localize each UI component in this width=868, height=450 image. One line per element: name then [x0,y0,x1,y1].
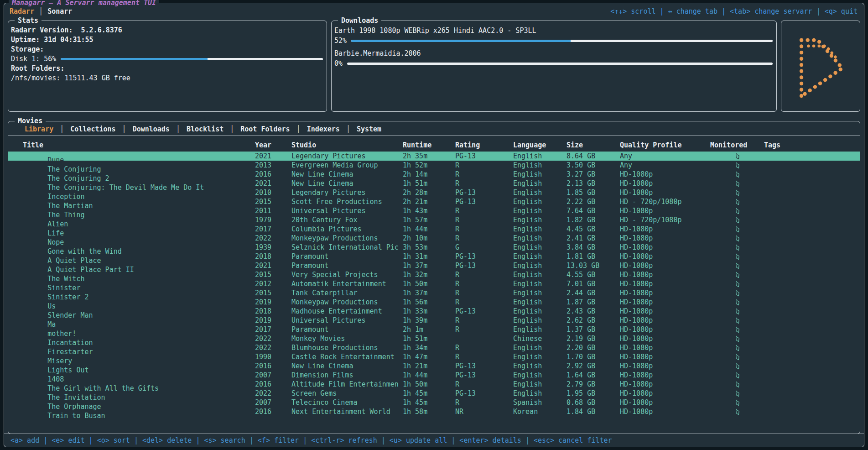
movie-size: 3.50 GB [567,161,620,169]
movie-studio: Evergreen Media Group [291,161,403,169]
movie-studio: Screen Gems [291,389,403,398]
movie-quality-profile: HD-1080p [620,380,710,388]
disk-usage-progressbar [61,58,323,60]
movie-runtime: 1h 39m [403,316,455,324]
movie-quality-profile: HD-1080p [620,353,710,361]
movie-runtime: 1h 37m [403,289,455,297]
tab-downloads[interactable]: Downloads [126,125,176,133]
movie-studio: Scott Free Productions [291,198,403,206]
tab-library[interactable]: Library [18,125,60,133]
stats-panel-title: Stats [15,16,42,25]
movie-language: English [513,262,567,270]
movie-size: 7.01 GB [567,280,620,288]
movie-language: English [513,307,567,315]
movie-year: 2013 [255,161,291,169]
movie-runtime: 1h 56m [403,298,455,306]
col-header-tags: Tags [764,141,860,149]
movie-size: 0.68 GB [567,398,620,407]
movie-quality-profile: HD-1080p [620,188,710,197]
movie-studio: 20th Century Fox [291,216,403,224]
download-item: Earth 1998 1080p WEBRip x265 Hindi AAC2.… [334,26,773,46]
movie-studio: Paramount [291,325,403,334]
managarr-app-frame: Managarr — A Servarr management TUI Rada… [4,3,864,447]
movie-studio: Very Special Projects [291,271,403,279]
movie-studio: Tank Caterpillar [291,289,403,297]
movie-year: 2022 [255,344,291,352]
tab-blocklist[interactable]: Blocklist [180,125,230,133]
movie-language: English [513,152,567,160]
managarr-play-logo-icon [791,32,849,105]
movie-runtime: 1h 37m [403,262,455,270]
movie-rating: R [455,316,513,324]
movie-language: English [513,325,567,334]
movie-quality-profile: HD-1080p [620,344,710,352]
movies-table-body: => Dune 2021 Legendary Pictures 2h 35m P… [8,152,860,434]
movie-quality-profile: HD-1080p [620,170,710,178]
movie-year: 2015 [255,289,291,297]
download-progress-row: 52% [334,36,773,46]
movie-row[interactable]: Train to Busan 2016 Next Entertainment W… [8,407,860,416]
tab-divider: │ [230,125,234,133]
movie-size: 1.87 GB [567,298,620,306]
servarr-tab-radarr[interactable]: Radarr [10,7,34,16]
movie-year: 2007 [255,371,291,379]
movie-year: 1939 [255,243,291,251]
movie-studio: Altitude Film Entertainmen [291,380,403,388]
movie-quality-profile: HD-1080p [620,371,710,379]
downloads-panel-title: Downloads [338,16,381,25]
movie-language: English [513,207,567,215]
movie-size: 1.64 GB [567,371,620,379]
movie-size: 2.22 GB [567,198,620,206]
col-header-language: Language [513,141,567,149]
movie-rating: R [455,398,513,407]
movie-runtime: 1h 51m [403,179,455,188]
movie-year: 2021 [255,152,291,160]
monitored-tag-icon [735,392,764,399]
movie-runtime: 1h 58m [403,408,455,416]
movie-runtime: 1h 32m [403,271,455,279]
movie-runtime: 1h 50m [403,380,455,388]
tab-system[interactable]: System [350,125,388,133]
movie-runtime: 2h 10m [403,234,455,242]
movie-size: 2.79 GB [567,380,620,388]
movie-year: 1990 [255,353,291,361]
logo-panel [781,21,860,112]
movie-size: 3.84 GB [567,243,620,251]
download-progressbar [351,40,773,42]
movie-size: 1.85 GB [567,188,620,197]
servarr-tab-sonarr[interactable]: Sonarr [47,7,72,16]
download-progress-row: 0% [334,58,773,68]
movie-runtime: 1h 43m [403,207,455,215]
movie-language: English [513,170,567,178]
movie-rating: R [455,271,513,279]
tab-collections[interactable]: Collections [64,125,122,133]
movie-size: 1.37 GB [567,325,620,334]
movie-rating: PG-13 [455,252,513,261]
movie-runtime: 2h 21m [403,198,455,206]
tab-indexers[interactable]: Indexers [301,125,346,133]
movie-quality-profile: HD-1080p [620,207,710,215]
servarr-tabs: Radarr│Sonarr [10,7,72,16]
col-header-studio: Studio [291,141,403,149]
movie-rating: R [455,216,513,224]
movies-table-header: Title Year Studio Runtime Rating Languag… [8,136,860,152]
movie-language: English [513,298,567,306]
movie-year: 2016 [255,408,291,416]
movie-language: English [513,371,567,379]
movie-language: English [513,316,567,324]
movie-language: English [513,252,567,261]
movie-language: English [513,179,567,188]
movie-language: English [513,234,567,242]
movie-rating: NR [455,408,513,416]
movie-studio: New Line Cinema [291,362,403,370]
stats-version: Radarr Version: 5.2.6.8376 [11,26,323,35]
download-percent-label: 0% [334,58,343,68]
movie-rating: R [455,380,513,388]
bottom-keybind-hints: <a> add | <e> edit | <o> sort | <del> de… [4,434,864,447]
movie-size: 1.70 GB [567,353,620,361]
movie-quality-profile: HD-1080p [620,316,710,324]
movie-runtime: 1h 47m [403,353,455,361]
tab-root-folders[interactable]: Root Folders [234,125,296,133]
movie-size: 1.95 GB [567,389,620,398]
movie-year: 2011 [255,207,291,215]
